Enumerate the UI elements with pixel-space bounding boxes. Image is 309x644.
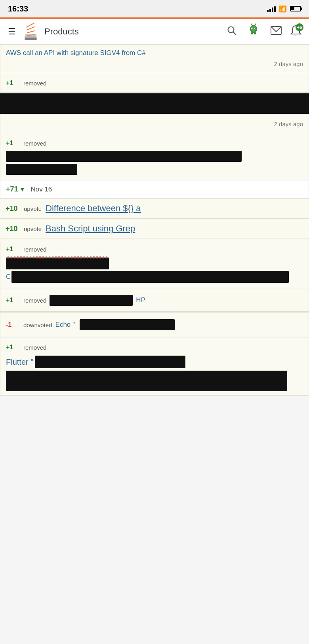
feed-item-6: +1 removed C [0, 239, 309, 287]
nav-title: Products [44, 27, 79, 37]
status-icons: 📶 [267, 5, 301, 13]
feed-item-9: +1 removed Flutter " [0, 337, 309, 395]
svg-point-20 [255, 23, 256, 25]
svg-rect-3 [27, 34, 35, 36]
vote-count-4: +10 [6, 205, 20, 213]
feed-item-2-action: +1 removed [0, 133, 309, 179]
votes-dropdown[interactable]: +71 ▼ [6, 185, 25, 193]
feed-item-link-1[interactable]: AWS call an API with signature SIGV4 fro… [6, 49, 303, 57]
redacted-inline-7 [50, 295, 133, 306]
feed-item-8: -1 downvoted Echo " [0, 313, 309, 336]
redacted-line-6a [6, 258, 109, 269]
chevron-down-icon: ▼ [20, 186, 25, 193]
hamburger-menu-button[interactable]: ☰ [6, 25, 17, 38]
vote-count-3: +71 [6, 185, 18, 193]
redacted-inline-9 [35, 356, 185, 368]
action-label-4: upvote [24, 205, 42, 212]
action-label-9: removed [23, 344, 46, 351]
action-label-6: removed [23, 246, 46, 253]
vote-count-5: +10 [6, 225, 20, 233]
redacted-line-2b [6, 164, 77, 175]
vote-count-2: +1 [6, 140, 20, 147]
feed-item-3: +71 ▼ Nov 16 [0, 180, 309, 199]
feed-group-1: AWS call an API with signature SIGV4 fro… [0, 44, 309, 93]
nav-header: ☰ Products [0, 19, 309, 44]
svg-rect-8 [25, 38, 36, 40]
feed-item-2: 2 days ago [0, 115, 309, 133]
svg-point-16 [255, 28, 256, 29]
redacted-bar-1 [0, 93, 309, 114]
feed-item-1-action: +1 removed [0, 73, 309, 92]
status-bar: 16:33 📶 [0, 0, 309, 17]
feed-item-link-4[interactable]: Difference between ${} a [46, 203, 141, 214]
link-suffix-7: HP [136, 296, 145, 304]
so-logo[interactable] [22, 23, 40, 40]
vote-count-1: +1 [6, 80, 20, 87]
svg-point-15 [252, 28, 253, 29]
feed-item-5: +10 upvote Bash Script using Grep [0, 219, 309, 239]
feed-item-time-1: 2 days ago [274, 61, 303, 67]
vote-count-8: -1 [6, 321, 20, 328]
mascot-icon[interactable] [244, 22, 263, 42]
feed-item-link-5[interactable]: Bash Script using Grep [46, 224, 135, 234]
battery-icon [290, 6, 301, 11]
redacted-block-9-bottom [6, 371, 287, 391]
feed-group-2: 2 days ago +1 removed [0, 115, 309, 179]
vote-count-7: +1 [6, 297, 20, 304]
feed-item-link-9[interactable]: Flutter " [6, 358, 33, 367]
notification-count: +6 [296, 23, 303, 31]
feed-item-1: AWS call an API with signature SIGV4 fro… [0, 45, 309, 73]
svg-rect-5 [27, 26, 35, 30]
signal-icon [267, 6, 276, 12]
partial-link-6[interactable]: C [6, 273, 11, 281]
votes-date: Nov 16 [31, 186, 52, 193]
status-time: 16:33 [8, 4, 28, 13]
action-label-2: removed [23, 140, 46, 147]
feed-group-6: +1 removed C [0, 239, 309, 287]
redacted-line-2a [6, 151, 242, 162]
content-area: AWS call an API with signature SIGV4 fro… [0, 44, 309, 396]
svg-rect-4 [27, 30, 35, 33]
search-icon[interactable] [224, 24, 239, 40]
svg-point-19 [251, 23, 252, 25]
svg-rect-21 [251, 32, 253, 34]
svg-rect-22 [254, 32, 256, 34]
inbox-icon[interactable] [268, 23, 284, 40]
feed-item-time-2: 2 days ago [274, 121, 303, 127]
redacted-line-6b [11, 271, 289, 283]
action-label-7: removed [23, 297, 46, 304]
action-label-8: downvoted [23, 322, 52, 328]
feed-group-8: -1 downvoted Echo " [0, 313, 309, 336]
feed-group-7: +1 removed HP [0, 288, 309, 312]
notifications-badge[interactable]: +6 [289, 23, 303, 40]
feed-item-4: +10 upvote Difference between ${} a [0, 199, 309, 219]
vote-count-9: +1 [6, 344, 20, 351]
vote-count-6: +1 [6, 246, 20, 253]
action-label-5: upvote [24, 225, 42, 232]
feed-group-9: +1 removed Flutter " [0, 337, 309, 396]
redacted-inline-8 [80, 319, 175, 330]
action-label-1: removed [23, 80, 46, 87]
feed-item-7: +1 removed HP [0, 288, 309, 311]
svg-line-10 [233, 32, 236, 34]
wifi-icon: 📶 [279, 5, 287, 13]
feed-item-link-8[interactable]: Echo " [55, 321, 75, 329]
